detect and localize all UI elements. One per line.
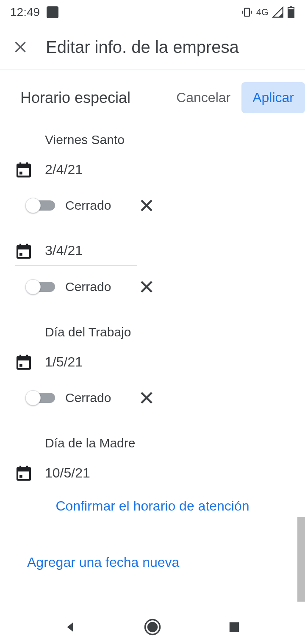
square-icon (228, 621, 241, 633)
date-row[interactable]: 10/5/21 (0, 458, 305, 488)
date-value: 1/5/21 (45, 354, 83, 370)
close-icon (139, 390, 154, 405)
svg-rect-17 (19, 244, 21, 247)
special-hours-list: Viernes Santo 2/4/21 Cerrado 3/4/21 Cerr… (0, 125, 305, 570)
svg-rect-23 (17, 357, 30, 360)
cancel-button[interactable]: Cancelar (165, 82, 241, 113)
calendar-icon (15, 161, 32, 178)
add-date-button[interactable]: Agregar una fecha nueva (0, 533, 305, 570)
calendar-icon (15, 353, 32, 370)
back-icon (64, 620, 78, 634)
remove-hours-button[interactable] (136, 277, 157, 297)
nav-back-button[interactable] (62, 618, 80, 636)
remove-hours-button[interactable] (136, 195, 157, 216)
holiday-label: Viernes Santo (0, 125, 305, 155)
svg-rect-16 (17, 246, 30, 249)
date-row[interactable]: 1/5/21 (0, 347, 305, 377)
appbar-title: Editar info. de la empresa (46, 38, 239, 57)
close-icon (13, 39, 28, 55)
open-closed-toggle[interactable] (25, 279, 58, 294)
section-title: Horario especial (20, 89, 130, 107)
holiday-label: Día del Trabajo (0, 317, 305, 347)
appbar: Editar info. de la empresa (0, 25, 305, 70)
svg-rect-33 (19, 475, 22, 478)
holiday-label: Día de la Madre (0, 428, 305, 458)
svg-rect-0 (244, 8, 250, 17)
open-closed-toggle[interactable] (25, 390, 58, 405)
status-label: Cerrado (65, 198, 111, 213)
svg-rect-26 (19, 364, 22, 367)
network-type: 4G (256, 7, 269, 18)
scrollbar[interactable] (297, 517, 305, 602)
svg-rect-36 (230, 622, 239, 632)
nav-home-button[interactable] (144, 618, 161, 636)
date-row[interactable]: 2/4/21 (0, 155, 305, 184)
open-closed-toggle[interactable] (25, 198, 58, 213)
svg-rect-30 (17, 468, 30, 471)
date-value: 2/4/21 (45, 162, 83, 178)
close-icon (139, 198, 154, 213)
svg-rect-12 (19, 172, 22, 175)
svg-rect-25 (26, 355, 28, 358)
svg-rect-10 (19, 162, 21, 166)
confirm-hours-button[interactable]: Confirmar el horario de atención (0, 488, 305, 533)
status-icons: 4G (241, 6, 295, 18)
subheader: Horario especial Cancelar Aplicar (0, 70, 305, 125)
svg-rect-9 (17, 164, 30, 168)
signal-icon (272, 6, 284, 18)
close-button[interactable] (12, 39, 29, 56)
calendar-icon (15, 242, 32, 259)
calendar-icon (15, 464, 32, 481)
notification-icon (47, 6, 58, 18)
system-navbar (0, 610, 305, 644)
svg-rect-32 (26, 466, 28, 469)
home-icon (144, 618, 161, 636)
status-row: Cerrado (0, 377, 305, 428)
close-icon (139, 279, 154, 294)
status-label: Cerrado (65, 280, 111, 294)
status-label: Cerrado (65, 391, 111, 405)
svg-rect-18 (26, 244, 28, 247)
svg-rect-5 (288, 9, 294, 18)
status-time: 12:49 (10, 6, 40, 19)
nav-recents-button[interactable] (225, 618, 243, 636)
svg-rect-19 (19, 253, 22, 256)
statusbar: 12:49 4G (0, 0, 305, 25)
svg-rect-11 (26, 162, 28, 166)
remove-hours-button[interactable] (136, 388, 157, 408)
date-value: 10/5/21 (45, 465, 90, 481)
date-value: 3/4/21 (45, 243, 83, 258)
status-row: Cerrado (0, 266, 305, 317)
battery-icon (287, 6, 295, 18)
svg-rect-31 (19, 466, 21, 469)
status-row: Cerrado (0, 184, 305, 236)
svg-point-35 (148, 623, 157, 632)
date-row[interactable]: 3/4/21 (15, 236, 137, 266)
vibrate-icon (241, 6, 253, 18)
apply-button[interactable]: Aplicar (241, 82, 305, 113)
svg-rect-24 (19, 355, 21, 358)
